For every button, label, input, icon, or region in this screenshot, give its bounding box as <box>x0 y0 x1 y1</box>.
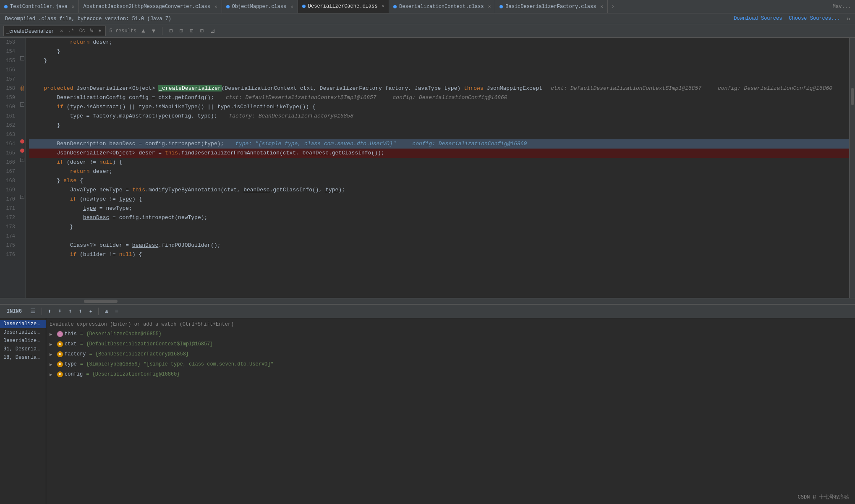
debug-tab-label: INING <box>3 307 25 316</box>
horizontal-scrollbar[interactable] <box>0 298 855 304</box>
tab-close[interactable]: ✕ <box>382 3 384 9</box>
settings-button[interactable]: ≡ <box>113 307 120 316</box>
clear-search-button[interactable]: ✕ <box>58 27 65 35</box>
expand-icon[interactable]: ▶ <box>50 352 55 357</box>
debug-frame-1[interactable]: DeserializerCach... <box>0 320 46 328</box>
gutter-icon[interactable]: - <box>19 195 25 199</box>
tab-testcontroller[interactable]: TestController.java ✕ <box>0 0 79 13</box>
table-view-button[interactable]: ⊞ <box>103 307 110 316</box>
debug-var-config[interactable]: ▶ c config = {DeserializationConfig@1686… <box>46 369 855 379</box>
tab-close[interactable]: ✕ <box>72 4 75 9</box>
code-line-173: } <box>29 222 849 232</box>
tab-dot <box>393 5 397 8</box>
gutter-icon[interactable]: - <box>19 158 25 162</box>
debug-var-type[interactable]: ▶ c type = {SimpleType@16859} "[simple t… <box>46 359 855 369</box>
notification-bar: Decompiled .class file, bytecode version… <box>0 13 855 24</box>
tab-overflow[interactable]: › <box>608 3 618 10</box>
code-line-163 <box>29 130 849 139</box>
regex-button[interactable]: .* <box>66 27 76 35</box>
search-mode-4[interactable]: ⊡ <box>198 26 205 35</box>
gutter-row-162: 162 <box>0 121 25 130</box>
case-button[interactable]: Cc <box>78 27 87 35</box>
tab-close[interactable]: ✕ <box>600 4 603 9</box>
gutter-icon: @ <box>19 84 25 93</box>
var-icon: = <box>57 331 63 337</box>
code-line-154: } <box>29 47 849 56</box>
code-line-172: beanDesc = config.introspect(newType); <box>29 213 849 222</box>
evaluate-button[interactable]: ✦ <box>87 307 94 316</box>
tab-objectmapper[interactable]: ObjectMapper.class ✕ <box>222 0 298 13</box>
debug-frame-4[interactable]: 91, Deserializ... <box>0 345 46 353</box>
line-number: 167 <box>0 167 19 176</box>
debug-frame-5[interactable]: 18, Deserializa... <box>0 353 46 362</box>
gutter-icon[interactable]: - <box>19 56 25 60</box>
tab-basicdeserializerfactory[interactable]: BasicDeserializerFactory.class ✕ <box>495 0 608 13</box>
filter-toggle[interactable]: ☰ <box>29 307 37 316</box>
breakpoint-dot[interactable] <box>20 139 24 144</box>
tab-dot <box>499 5 503 8</box>
right-scrollbar[interactable] <box>849 38 855 298</box>
search-mode-2[interactable]: ⊡ <box>178 26 185 35</box>
search-mode-3[interactable]: ⊡ <box>188 26 195 35</box>
debug-var-this[interactable]: ▶ = this = {DeserializerCache@16855} <box>46 329 855 339</box>
run-to-cursor[interactable]: ⬆ <box>77 307 84 316</box>
editor-container: 153 154 155 - 156 157 158 @ 159 160 <box>0 38 855 298</box>
step-out-button[interactable]: ⬆ <box>67 307 73 316</box>
gutter-row-166: 166 - <box>0 158 25 167</box>
filter-button[interactable]: ⊿ <box>209 26 217 35</box>
gutter-icon[interactable]: - <box>19 102 25 107</box>
step-into-button[interactable]: ⬇ <box>56 307 63 316</box>
search-mode-1[interactable]: ⊡ <box>167 26 174 35</box>
debug-var-ctxt[interactable]: ▶ c ctxt = {DefaultDeserializationContex… <box>46 339 855 349</box>
fold-icon[interactable]: - <box>20 195 24 199</box>
gutter-row-161: 161 <box>0 112 25 121</box>
fold-icon[interactable]: - <box>20 158 24 162</box>
search-input[interactable] <box>6 28 57 34</box>
gutter-row-167: 167 <box>0 167 25 176</box>
var-val: = {BeanDeserializerFactory@16858} <box>89 351 189 357</box>
line-number: 169 <box>0 185 19 195</box>
code-line-165: JsonDeserializer<Object> deser = this.fi… <box>29 149 849 158</box>
fold-icon[interactable]: - <box>20 102 24 107</box>
var-icon: c <box>57 371 63 377</box>
prev-result-button[interactable]: ▲ <box>140 27 146 35</box>
expand-icon[interactable]: ▶ <box>50 342 55 347</box>
var-key: ctxt <box>65 341 77 347</box>
expand-icon[interactable]: ▶ <box>50 332 55 337</box>
h-scroll-thumb[interactable] <box>84 300 118 303</box>
line-number: 171 <box>0 204 19 213</box>
expand-icon[interactable]: ▶ <box>50 362 55 367</box>
gutter-row-159: 159 <box>0 93 25 102</box>
gutter-row-170: 170 - <box>0 195 25 204</box>
gutter-row-160: 160 - <box>0 102 25 112</box>
tab-close[interactable]: ✕ <box>290 4 293 9</box>
expand-icon[interactable]: ▶ <box>50 372 55 377</box>
code-content: return deser; } } protected JsonDeserial… <box>26 38 849 298</box>
download-sources-link[interactable]: Download Sources <box>734 16 782 22</box>
line-number: 174 <box>0 232 19 241</box>
search-options-button[interactable]: ✶ <box>97 27 103 35</box>
next-result-button[interactable]: ▼ <box>150 27 157 35</box>
scroll-thumb[interactable] <box>851 88 854 105</box>
debug-frame-3[interactable]: Deserializer:244, D... <box>0 337 46 345</box>
step-over-button[interactable]: ⬆ <box>46 307 53 316</box>
fold-icon[interactable]: - <box>20 56 24 60</box>
tab-close[interactable]: ✕ <box>488 4 491 9</box>
word-button[interactable]: W <box>89 27 95 35</box>
tab-close[interactable]: ✕ <box>214 4 217 9</box>
debug-expression-hint: Evaluate expression (Enter) or add a wat… <box>46 320 855 329</box>
tab-abstractjackson[interactable]: AbstractJackson2HttpMessageConverter.cla… <box>79 0 222 13</box>
choose-sources-link[interactable]: Choose Sources... <box>789 16 840 22</box>
tab-deserializercache[interactable]: DeserializerCache.class ✕ <box>298 0 389 13</box>
breakpoint-dot[interactable] <box>20 149 24 153</box>
tab-dot <box>4 5 8 8</box>
tab-deserializationcontext[interactable]: DeserializationContext.class ✕ <box>389 0 495 13</box>
bottom-panel: INING ☰ ⬆ ⬇ ⬆ ⬆ ✦ ⊞ ≡ DeserializerCach..… <box>0 304 855 504</box>
code-line-171: type = newType; <box>29 204 849 213</box>
debug-var-factory[interactable]: ▶ c factory = {BeanDeserializerFactory@1… <box>46 349 855 359</box>
debug-frame-2[interactable]: DeserializerCach... <box>0 328 46 337</box>
line-number: 175 <box>0 241 19 250</box>
line-gutter: 153 154 155 - 156 157 158 @ 159 160 <box>0 38 26 298</box>
gutter-icon <box>19 149 25 153</box>
refresh-icon[interactable]: ↻ <box>847 16 850 22</box>
